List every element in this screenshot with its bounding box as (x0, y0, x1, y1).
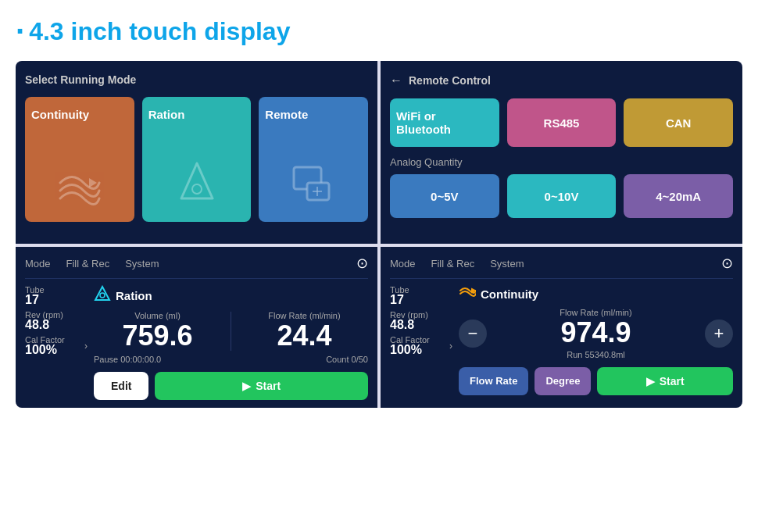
continuity-icon (56, 167, 103, 209)
minus-button[interactable]: − (459, 320, 487, 348)
continuity-content: Tube 17 Rev (rpm) 48.8 Cal Factor 100% › (390, 285, 733, 395)
btn-wifi-bluetooth[interactable]: WiFi or Bluetooth (390, 98, 499, 147)
ration-flow-value: 24.4 (241, 320, 368, 352)
btn-0-10v[interactable]: 0~10V (507, 174, 617, 218)
analog-buttons: 0~5V 0~10V 4~20mA (390, 174, 733, 218)
ration-divider (231, 312, 231, 351)
ration-volume-value: 759.6 (94, 320, 221, 352)
edit-button[interactable]: Edit (94, 372, 148, 400)
ration-tab-fill-rec[interactable]: Fill & Rec (66, 258, 110, 270)
btn-0-5v[interactable]: 0~5V (390, 174, 499, 218)
remote-icon (290, 163, 337, 209)
ration-cal-value: 100% (25, 343, 65, 357)
start-button[interactable]: ▶ Start (155, 372, 368, 400)
ration-icon (177, 159, 216, 209)
select-mode-header: Select Running Mode (25, 73, 368, 86)
remote-control-title: Remote Control (409, 74, 491, 87)
mode-btn-ration[interactable]: Ration (142, 97, 252, 222)
remote-header: ← Remote Control (390, 73, 733, 87)
ration-main-data: Ration Volume (ml) 759.6 Flow Rate (ml/m… (94, 285, 368, 400)
panel-remote: ← Remote Control WiFi or Bluetooth RS485… (381, 61, 742, 244)
ration-cal-chevron[interactable]: › (84, 341, 88, 352)
analog-quantity-label: Analog Quantity (390, 156, 733, 168)
panel-continuity-screen: Mode Fill & Rec System ⊙ Tube 17 Rev (rp… (381, 247, 742, 408)
ration-flow-col: Flow Rate (ml/min) 24.4 (241, 311, 368, 352)
mode-btn-continuity[interactable]: Continuity (25, 97, 134, 222)
continuity-nav: Mode Fill & Rec System ⊙ (390, 255, 733, 279)
btn-4-20ma[interactable]: 4~20mA (624, 174, 733, 218)
play-icon: ▶ (242, 380, 251, 392)
svg-point-1 (192, 184, 202, 194)
connectivity-buttons: WiFi or Bluetooth RS485 CAN (390, 98, 733, 147)
continuity-main-data: Continuity − Flow Rate (ml/min) 974.9 Ru… (459, 285, 733, 395)
back-arrow-icon[interactable]: ← (390, 73, 402, 87)
ration-tube-info: Tube 17 Rev (rpm) 48.8 Cal Factor 100% › (25, 285, 88, 400)
continuity-play-icon: ▶ (646, 375, 655, 387)
continuity-label: Continuity (31, 108, 89, 121)
continuity-tab-system[interactable]: System (490, 258, 524, 270)
ration-volume-col: Volume (ml) 759.6 (94, 311, 221, 352)
screens-grid: Select Running Mode Continuity Ration (16, 61, 742, 408)
plus-button[interactable]: + (705, 320, 733, 348)
btn-can[interactable]: CAN (624, 98, 733, 147)
ration-sub-row: Pause 00:00:00.0 Count 0/50 (94, 355, 368, 364)
continuity-start-button[interactable]: ▶ Start (597, 367, 733, 395)
continuity-tube-value: 17 (390, 293, 452, 307)
continuity-tab-fill-rec[interactable]: Fill & Rec (431, 258, 475, 270)
continuity-cal-value: 100% (390, 343, 430, 357)
ration-actions: Edit ▶ Start (94, 372, 368, 400)
ration-wifi-icon: ⊙ (356, 255, 368, 272)
ration-nav: Mode Fill & Rec System ⊙ (25, 255, 368, 279)
continuity-tube-info: Tube 17 Rev (rpm) 48.8 Cal Factor 100% › (390, 285, 452, 395)
remote-label: Remote (265, 108, 308, 121)
page-title: 4.3 inch touch display (16, 16, 742, 47)
continuity-run-info: Run 55340.8ml (493, 350, 699, 359)
flow-rate-button[interactable]: Flow Rate (459, 367, 528, 395)
ration-mode-icon (94, 285, 111, 306)
degree-button[interactable]: Degree (535, 367, 591, 395)
ration-tab-mode[interactable]: Mode (25, 258, 51, 270)
continuity-mode-icon (459, 285, 476, 303)
continuity-cal-chevron[interactable]: › (449, 341, 452, 352)
ration-content: Tube 17 Rev (rpm) 48.8 Cal Factor 100% › (25, 285, 368, 400)
continuity-data-row: − Flow Rate (ml/min) 974.9 Run 55340.8ml… (459, 308, 733, 359)
btn-rs485[interactable]: RS485 (507, 98, 617, 147)
continuity-nav-tabs: Mode Fill & Rec System (390, 258, 524, 270)
panel-ration-screen: Mode Fill & Rec System ⊙ Tube 17 Rev (rp… (16, 247, 377, 408)
continuity-mode-header: Continuity (459, 285, 733, 303)
panel-select-mode: Select Running Mode Continuity Ration (16, 61, 377, 244)
ration-tab-system[interactable]: System (125, 258, 159, 270)
ration-data-row: Volume (ml) 759.6 Flow Rate (ml/min) 24.… (94, 311, 368, 352)
continuity-actions: Flow Rate Degree ▶ Start (459, 367, 733, 395)
continuity-flow-value: 974.9 (493, 317, 699, 348)
mode-buttons: Continuity Ration (25, 97, 368, 222)
ration-tube-value: 17 (25, 293, 88, 307)
continuity-wifi-icon: ⊙ (721, 255, 733, 272)
mode-btn-remote[interactable]: Remote (259, 97, 368, 222)
continuity-rev-value: 48.8 (390, 318, 452, 332)
ration-rev-value: 48.8 (25, 318, 88, 332)
ration-nav-tabs: Mode Fill & Rec System (25, 258, 159, 270)
ration-mode-header: Ration (94, 285, 368, 306)
svg-point-7 (100, 293, 105, 298)
ration-pause: Pause 00:00:00.0 (94, 355, 161, 364)
continuity-flow-col: Flow Rate (ml/min) 974.9 Run 55340.8ml (493, 308, 699, 359)
ration-label: Ration (148, 108, 185, 121)
ration-count: Count 0/50 (326, 355, 368, 364)
continuity-tab-mode[interactable]: Mode (390, 258, 416, 270)
